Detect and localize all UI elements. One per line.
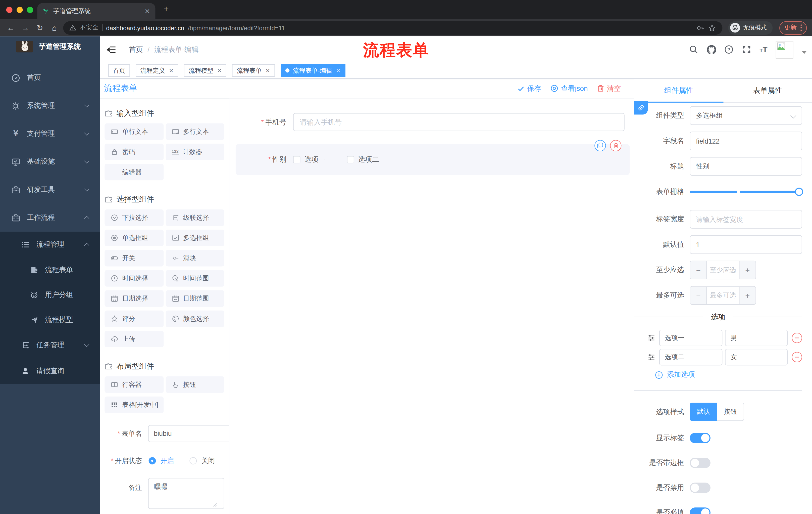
tag-process-model[interactable]: 流程模型✕	[184, 64, 226, 77]
status-on-radio[interactable]	[149, 457, 156, 464]
component-item-time-picker[interactable]: 时间选择	[105, 270, 163, 287]
avatar-dropdown-caret-icon[interactable]	[802, 51, 807, 54]
sidebar-item-payment[interactable]: ¥ 支付管理	[0, 120, 100, 147]
textarea-resize-handle[interactable]	[213, 503, 217, 507]
view-json-button[interactable]: 查看json	[551, 84, 588, 93]
slider-handle[interactable]	[795, 188, 803, 196]
security-label[interactable]: 不安全	[80, 23, 98, 32]
tag-process-form-edit[interactable]: 流程表单-编辑✕	[280, 64, 345, 77]
style-default-button[interactable]: 默认	[690, 403, 717, 421]
close-tag-icon[interactable]: ✕	[265, 67, 270, 74]
home-icon[interactable]: ⌂	[49, 23, 60, 32]
github-icon[interactable]	[707, 45, 716, 54]
sidebar-item-home[interactable]: 首页	[0, 64, 100, 92]
close-tag-icon[interactable]: ✕	[217, 67, 222, 74]
clear-button[interactable]: 清空	[597, 84, 621, 93]
link-tab-button[interactable]	[634, 101, 648, 115]
copy-component-button[interactable]	[594, 140, 606, 152]
fullscreen-icon[interactable]	[742, 45, 751, 54]
component-item-table[interactable]: 表格[开发中]	[105, 397, 163, 413]
reload-icon[interactable]: ↻	[34, 23, 46, 32]
gender-option-2[interactable]: 选项二	[347, 155, 379, 164]
component-item-switch[interactable]: 开关	[105, 250, 163, 266]
component-item-time-range[interactable]: 时间范围	[166, 270, 224, 287]
remove-option-button[interactable]	[792, 352, 802, 362]
status-on-label[interactable]: 开启	[161, 456, 174, 465]
increase-button[interactable]: +	[739, 261, 755, 279]
max-select-placeholder[interactable]: 最多可选	[707, 287, 739, 304]
new-tab-button[interactable]: +	[164, 4, 169, 14]
component-item-password[interactable]: 密码	[105, 143, 163, 160]
status-off-label[interactable]: 关闭	[202, 456, 215, 465]
disabled-toggle[interactable]	[690, 483, 710, 493]
search-icon[interactable]	[689, 45, 698, 54]
label-width-input[interactable]	[690, 210, 802, 228]
sidebar-item-process-form[interactable]: 流程表单	[0, 258, 100, 282]
component-item-cascader[interactable]: 级联选择	[166, 210, 224, 226]
close-tag-icon[interactable]: ✕	[169, 67, 174, 74]
form-name-input[interactable]	[148, 425, 230, 442]
tab-form-props[interactable]: 表单属性	[723, 79, 812, 102]
component-item-rate[interactable]: 评分	[105, 310, 163, 327]
option-value-input[interactable]	[725, 349, 788, 366]
component-item-checkbox-group[interactable]: 多选框组	[166, 229, 224, 246]
drag-handle-icon[interactable]	[648, 353, 655, 361]
drag-handle-icon[interactable]	[648, 334, 655, 342]
border-toggle[interactable]	[690, 458, 710, 468]
option-value-input[interactable]	[725, 330, 788, 346]
sidebar-item-workflow[interactable]: 工作流程	[0, 204, 100, 232]
component-item-color-picker[interactable]: 颜色选择	[166, 310, 224, 327]
add-option-button[interactable]: 添加选项	[634, 370, 802, 380]
component-item-row-container[interactable]: 行容器	[105, 376, 163, 393]
tag-home[interactable]: 首页	[108, 64, 130, 77]
sidebar-item-process-model[interactable]: 流程模型	[0, 307, 100, 332]
sidebar-item-process-management[interactable]: 流程管理	[0, 232, 100, 258]
sidebar-item-dev-tools[interactable]: 研发工具	[0, 176, 100, 204]
status-off-radio[interactable]	[190, 457, 197, 464]
sidebar-item-user-groups[interactable]: 用户分组	[0, 282, 100, 307]
back-icon[interactable]: ←	[5, 23, 17, 32]
tab-component-props[interactable]: 组件属性	[634, 79, 723, 102]
sidebar-item-task-management[interactable]: 任务管理	[0, 332, 100, 358]
help-icon[interactable]: ?	[724, 45, 734, 54]
component-item-upload[interactable]: 上传	[105, 331, 163, 347]
phone-field[interactable]: 手机号	[229, 113, 625, 131]
component-item-date-range[interactable]: 日期范围	[166, 290, 224, 307]
component-type-value[interactable]	[690, 106, 802, 125]
tag-process-definition[interactable]: 流程定义✕	[136, 64, 178, 77]
browser-tab[interactable]: 芋道管理系统 ✕	[37, 3, 155, 19]
close-window-button[interactable]	[6, 6, 12, 13]
default-value-input[interactable]	[690, 235, 802, 254]
component-item-single-line-text[interactable]: 单行文本	[105, 124, 163, 140]
password-key-icon[interactable]	[696, 24, 704, 32]
forward-icon[interactable]: →	[20, 23, 31, 32]
browser-menu-kebab-icon[interactable]	[801, 24, 802, 31]
close-tag-icon[interactable]: ✕	[336, 67, 341, 74]
gender-field-selected[interactable]: 性别 选项一 选项二	[236, 144, 630, 175]
checkbox-icon[interactable]	[347, 156, 354, 163]
component-item-multi-line-text[interactable]: 多行文本	[166, 124, 224, 140]
bookmark-star-icon[interactable]	[708, 24, 716, 32]
tag-process-form[interactable]: 流程表单✕	[232, 64, 274, 77]
decrease-button[interactable]: −	[690, 287, 707, 304]
sidebar-item-infrastructure[interactable]: 基础设施	[0, 147, 100, 175]
window-controls[interactable]	[6, 6, 33, 13]
decrease-button[interactable]: −	[690, 261, 707, 279]
sidebar-item-system[interactable]: 系统管理	[0, 92, 100, 120]
app-logo[interactable]: 芋道管理系统	[0, 36, 100, 57]
close-tab-icon[interactable]: ✕	[144, 7, 150, 15]
form-grid-slider[interactable]	[690, 191, 799, 193]
title-input[interactable]	[690, 157, 802, 176]
design-canvas[interactable]: 手机号 性别 选项一 选项二	[229, 99, 634, 514]
component-item-counter[interactable]: 123 计数器	[166, 143, 224, 160]
required-toggle[interactable]	[690, 508, 710, 514]
zoom-window-button[interactable]	[27, 6, 33, 13]
increase-button[interactable]: +	[739, 287, 755, 304]
option-label-input[interactable]	[659, 349, 722, 366]
show-label-toggle[interactable]	[690, 433, 710, 443]
style-button-button[interactable]: 按钮	[717, 403, 744, 421]
component-item-button[interactable]: 按钮	[166, 376, 224, 393]
sidebar-collapse-icon[interactable]	[107, 45, 116, 54]
breadcrumb-home[interactable]: 首页	[129, 45, 143, 54]
remove-option-button[interactable]	[792, 333, 802, 343]
